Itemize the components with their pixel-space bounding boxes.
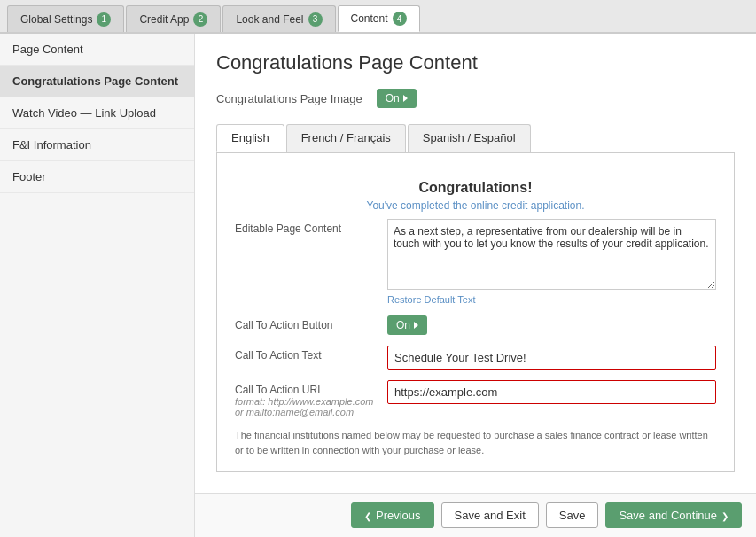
congrats-preview: Congratulations! You've completed the on… [235, 167, 716, 219]
image-toggle-label: Congratulations Page Image [216, 92, 362, 105]
tab-content[interactable]: Content 4 [338, 5, 420, 32]
cta-text-input[interactable] [387, 346, 716, 370]
previous-button[interactable]: Previous [351, 502, 434, 528]
cta-url-label: Call To Action URL format: http://www.ex… [235, 380, 377, 417]
page-title: Congratulations Page Content [216, 51, 735, 74]
image-toggle-button[interactable]: On [377, 89, 417, 108]
sidebar-item-congrats[interactable]: Congratulations Page Content [0, 66, 194, 97]
top-nav: Global Settings 1 Credit App 2 Look and … [0, 0, 756, 34]
cta-url-field-wrap [387, 380, 716, 404]
sidebar-item-watch-video[interactable]: Watch Video — Link Upload [0, 97, 194, 129]
bottom-bar: Previous Save and Exit Save Save and Con… [195, 493, 756, 537]
sidebar: Page Content Congratulations Page Conten… [0, 34, 195, 537]
editable-content-label: Editable Page Content [235, 219, 377, 235]
tab-credit-app-label: Credit App [139, 13, 189, 26]
main-layout: Page Content Congratulations Page Conten… [0, 34, 756, 537]
lang-tabs: English French / Français Spanish / Espa… [216, 124, 735, 152]
cta-text-label: Call To Action Text [235, 346, 377, 362]
save-continue-arrow-icon [721, 509, 729, 522]
cta-button-row: Call To Action Button On [235, 315, 716, 335]
cta-text-field-wrap [387, 346, 716, 370]
cta-text-row: Call To Action Text [235, 346, 716, 370]
cta-url-input[interactable] [387, 380, 716, 404]
tab-global-settings-badge: 1 [97, 12, 111, 27]
congrats-heading: Congratulations! [235, 180, 716, 196]
editable-content-textarea[interactable]: As a next step, a representative from ou… [387, 219, 716, 290]
save-continue-button[interactable]: Save and Continue [605, 502, 742, 528]
tab-content-label: Content [351, 12, 388, 25]
previous-arrow-icon [364, 509, 371, 522]
image-toggle-row: Congratulations Page Image On [216, 89, 735, 108]
save-exit-button[interactable]: Save and Exit [441, 502, 539, 528]
tab-look-feel-label: Look and Feel [236, 13, 303, 26]
congrats-subtext: You've completed the online credit appli… [235, 199, 716, 212]
editable-content-field-wrap: As a next step, a representative from ou… [387, 219, 716, 305]
cta-button-toggle[interactable]: On [387, 315, 427, 335]
tab-global-settings[interactable]: Global Settings 1 [7, 5, 124, 32]
tab-english[interactable]: English [216, 124, 284, 152]
cta-url-row: Call To Action URL format: http://www.ex… [235, 380, 716, 417]
tab-global-settings-label: Global Settings [20, 13, 92, 26]
sidebar-item-fni[interactable]: F&I Information [0, 129, 194, 161]
cta-button-toggle-wrap: On [387, 315, 716, 335]
save-button[interactable]: Save [546, 502, 599, 528]
editable-content-row: Editable Page Content As a next step, a … [235, 219, 716, 305]
tab-look-feel-badge: 3 [308, 12, 323, 27]
content-area: Congratulations Page Content Congratulat… [195, 34, 756, 493]
form-panel: Congratulations! You've completed the on… [216, 152, 735, 472]
restore-default-link[interactable]: Restore Default Text [387, 294, 716, 305]
tab-spanish[interactable]: Spanish / Español [408, 124, 531, 152]
tab-look-and-feel[interactable]: Look and Feel 3 [222, 5, 335, 32]
sidebar-item-footer[interactable]: Footer [0, 161, 194, 193]
cta-button-label: Call To Action Button [235, 315, 377, 331]
tab-french[interactable]: French / Français [286, 124, 406, 152]
tab-content-badge: 4 [393, 12, 407, 26]
cta-url-sublabel: format: http://www.example.com or mailto… [235, 396, 377, 417]
tab-credit-app[interactable]: Credit App 2 [126, 5, 221, 32]
sidebar-item-page-content[interactable]: Page Content [0, 34, 194, 66]
disclaimer-text: The financial institutions named below m… [235, 428, 716, 457]
tab-credit-app-badge: 2 [193, 12, 207, 27]
